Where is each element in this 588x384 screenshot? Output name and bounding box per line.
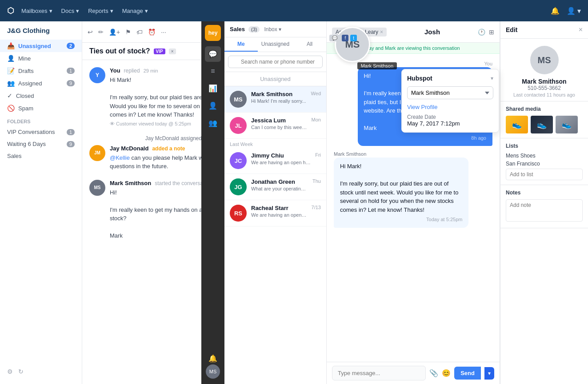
chat-expand-icon[interactable]: ⊞ — [489, 28, 494, 36]
conv-preview-jimmy: We are having an open ho... — [251, 160, 311, 165]
chat-input-bar: 📎 😊 Send ▾ — [332, 366, 494, 380]
bubble-them: Hi Mark!I'm really sorry, but our plaid … — [334, 158, 468, 228]
sidebar-item-sales[interactable]: Sales — [0, 150, 82, 162]
brand-name: J&G Clothing — [0, 27, 82, 40]
sidebar-item-unassigned[interactable]: 📥 Unassigned 2 — [0, 40, 82, 52]
conv-list-inbox[interactable]: Inbox ▾ — [264, 26, 281, 32]
view-profile-link[interactable]: View Profile — [407, 104, 493, 110]
refresh-icon[interactable]: ↻ — [18, 368, 24, 375]
search-bar: 🔍 — [224, 52, 326, 72]
hubspot-contact-select[interactable]: Mark Smithson — [407, 86, 493, 99]
conv-item-jimmy[interactable]: JC Jimmy Chiu We are having an open ho..… — [224, 148, 326, 174]
tag-icon[interactable]: ✏ — [98, 28, 104, 36]
chat-clock-icon[interactable]: 🕐 — [478, 28, 485, 36]
snooze-icon[interactable]: ⏰ — [148, 28, 156, 36]
hubspot-header: Hubspot ▾ — [407, 75, 493, 82]
sidebar-item-waiting[interactable]: Waiting 6 Days 9 — [0, 138, 82, 150]
conv-item-racheal[interactable]: RS Racheal Starr We are having an open h… — [224, 200, 326, 226]
assigned-icon: 👥 — [7, 80, 15, 87]
hey-avatar-icon[interactable]: MS — [206, 364, 220, 379]
sidebar-item-closed[interactable]: ✓ Closed — [0, 89, 82, 102]
contact-big-avatar: MS — [530, 46, 559, 74]
vip-tag: VIP — [154, 49, 165, 54]
account-icon[interactable]: 👤 ▾ — [567, 7, 581, 15]
add-note-input[interactable] — [506, 199, 583, 222]
flag-icon[interactable]: ⚑ — [125, 28, 131, 36]
conv-item-jessica[interactable]: JL Jessica Lum Can I come by this weeke.… — [224, 113, 326, 139]
hey-bell-icon[interactable]: 🔔 — [205, 351, 221, 366]
assign-icon[interactable]: 👤+ — [109, 28, 120, 36]
conv-title: Ties out of stock? — [89, 47, 150, 55]
conv-time-jimmy: Fri — [315, 152, 321, 169]
tab-unassigned[interactable]: Unassigned — [258, 37, 293, 52]
close-icon[interactable]: × — [579, 26, 583, 34]
bell-icon[interactable]: 🔔 — [551, 7, 560, 15]
hubspot-title: Hubspot — [407, 75, 432, 82]
chat-icon-badge[interactable]: 💬 — [329, 35, 340, 41]
mine-icon: 👤 — [7, 55, 15, 62]
media-thumb-1[interactable]: 👟 — [506, 116, 528, 133]
right-panel: Edit × MS Mark Smithson 510-555-3662 Las… — [500, 21, 588, 384]
hey-list-icon[interactable]: ≡ — [207, 64, 218, 79]
msg-sender-1: You — [110, 67, 120, 74]
sidebar-item-spam[interactable]: 🚫 Spam — [0, 102, 82, 114]
assign-remove-icon[interactable]: × — [380, 29, 383, 35]
msg-time-1: 29 min — [144, 68, 158, 73]
nav-manage[interactable]: Manage ▾ — [122, 8, 148, 14]
contact-last-contacted: Last contacted 11 hours ago — [513, 92, 575, 97]
conv-name-jonathan: Jonathan Green — [251, 178, 308, 185]
bubble-them-time: Today at 5:25pm — [340, 216, 462, 223]
drafts-badge: 1 — [67, 68, 75, 74]
conv-tabs: Me Unassigned All — [224, 37, 326, 52]
contact-phone: 510-555-3662 — [528, 85, 561, 91]
label-icon[interactable]: 🏷 — [136, 28, 143, 36]
sidebar-item-drafts[interactable]: 📝 Drafts 1 — [0, 65, 82, 77]
media-thumb-3[interactable]: 👟 — [556, 116, 578, 133]
search-input[interactable] — [228, 56, 323, 68]
vip-remove[interactable]: × — [169, 49, 176, 54]
more-icon[interactable]: ··· — [161, 28, 166, 36]
send-extra-button[interactable]: ▾ — [484, 367, 494, 380]
sidebar-bottom: ⚙ ↻ — [0, 364, 82, 379]
sidebar-item-vip[interactable]: VIP Conversations 1 — [0, 126, 82, 138]
conv-time-jessica: Mon — [312, 117, 321, 134]
chat-input[interactable] — [332, 366, 426, 380]
back-icon[interactable]: ↩ — [88, 28, 93, 36]
twitter-icon-badge[interactable]: t — [350, 35, 357, 41]
week-section-label: Last Week — [224, 139, 326, 148]
sidebar-item-mine[interactable]: 👤 Mine — [0, 52, 82, 65]
avatar-you: Y — [89, 67, 105, 83]
attach-icon[interactable]: 📎 — [429, 369, 438, 377]
conv-list-header: Sales (3) Inbox ▾ — [224, 21, 326, 37]
conv-item-jonathan[interactable]: JG Jonathan Green What are your operatin… — [224, 174, 326, 200]
chat-msg-them: Mark Smithson Hi Mark!I'm really sorry, … — [334, 151, 492, 228]
nav-reports[interactable]: Reports ▾ — [88, 8, 113, 14]
hey-contact-icon[interactable]: 👤 — [205, 98, 221, 113]
settings-icon[interactable]: ⚙ — [7, 368, 13, 375]
conv-item-mark[interactable]: MS Mark Smithson Hi Mark! I'm really sor… — [224, 86, 326, 113]
notes-section: Notes — [500, 185, 588, 228]
hey-chat-icon[interactable]: 💬 — [205, 46, 221, 62]
conv-avatar-mark: MS — [230, 91, 247, 108]
add-list-input[interactable] — [506, 169, 583, 180]
media-thumb-2[interactable]: 👟 — [531, 116, 553, 133]
hey-chart-icon[interactable]: 📊 — [205, 81, 221, 96]
conv-list-panel: Sales (3) Inbox ▾ Me Unassigned All 🔍 Un… — [224, 21, 327, 384]
nav-docs[interactable]: Docs ▾ — [61, 8, 80, 14]
send-button[interactable]: Send — [454, 367, 481, 380]
nav-mailboxes[interactable]: Mailboxes ▾ — [21, 8, 52, 14]
hey-logo: hey — [205, 25, 221, 41]
conv-info-jessica: Jessica Lum Can I come by this weeke... — [251, 117, 307, 134]
tab-all[interactable]: All — [293, 37, 326, 52]
facebook-icon-badge[interactable]: f — [342, 35, 348, 41]
hubspot-panel: Hubspot ▾ Mark Smithson View Profile Cre… — [401, 69, 499, 133]
conv-avatar-jonathan: JG — [230, 178, 247, 195]
conv-list-title: Sales — [230, 26, 245, 32]
sidebar-item-assigned[interactable]: 👥 Assigned 9 — [0, 77, 82, 89]
hubspot-collapse-icon[interactable]: ▾ — [491, 75, 493, 81]
tab-me[interactable]: Me — [224, 37, 258, 52]
emoji-icon[interactable]: 😊 — [442, 369, 451, 377]
nav-logo: ⬡ — [7, 6, 14, 16]
conv-name-jessica: Jessica Lum — [251, 117, 307, 124]
hey-team-icon[interactable]: 👥 — [205, 115, 221, 131]
